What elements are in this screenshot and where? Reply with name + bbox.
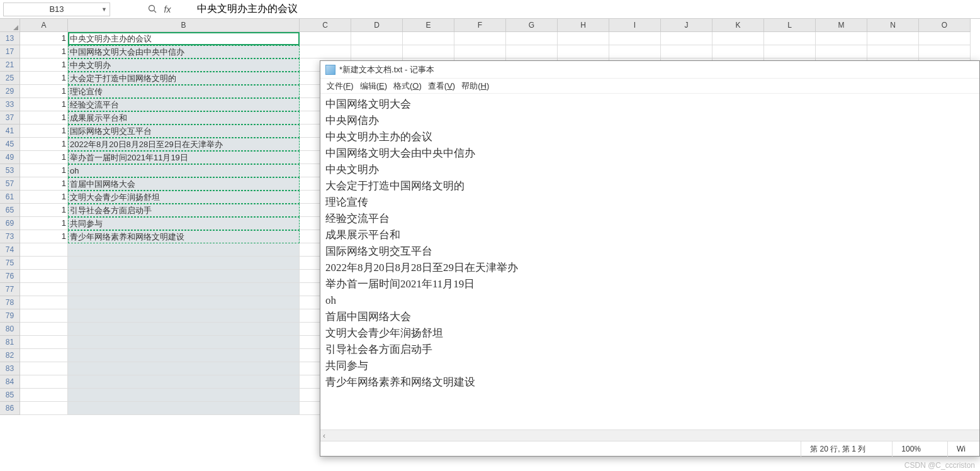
- cell[interactable]: 1: [20, 138, 68, 151]
- cell[interactable]: 1: [20, 111, 68, 125]
- cell[interactable]: 举办首一届时间2021年11月19日: [68, 151, 300, 164]
- cell[interactable]: [68, 243, 300, 257]
- notepad-title-bar[interactable]: *新建文本文档.txt - 记事本: [320, 61, 979, 79]
- cell[interactable]: [454, 32, 506, 45]
- scroll-left-icon[interactable]: ‹: [323, 431, 325, 440]
- cell[interactable]: [712, 32, 764, 45]
- cell[interactable]: [506, 45, 558, 58]
- col-header-H[interactable]: H: [558, 19, 609, 32]
- col-header-B[interactable]: B: [68, 19, 300, 32]
- col-header-L[interactable]: L: [764, 19, 816, 32]
- row-header[interactable]: 33: [0, 98, 20, 111]
- row-header[interactable]: 86: [0, 402, 20, 415]
- row-header[interactable]: 75: [0, 257, 20, 270]
- menu-format[interactable]: 格式(O): [391, 79, 424, 93]
- col-header-K[interactable]: K: [712, 19, 764, 32]
- row-header[interactable]: 77: [0, 283, 20, 296]
- row-header[interactable]: 21: [0, 58, 20, 72]
- cell[interactable]: 1: [20, 177, 68, 191]
- row-header[interactable]: 53: [0, 164, 20, 177]
- name-box-dropdown-icon[interactable]: ▼: [101, 6, 107, 13]
- cell[interactable]: [20, 389, 68, 402]
- cell[interactable]: [609, 45, 661, 58]
- row-header[interactable]: 85: [0, 389, 20, 402]
- row-header[interactable]: 81: [0, 336, 20, 349]
- cell[interactable]: [609, 32, 661, 45]
- row-header[interactable]: 13: [0, 32, 20, 45]
- col-header-D[interactable]: D: [351, 19, 403, 32]
- cell[interactable]: 理论宣传: [68, 85, 300, 98]
- cell[interactable]: [764, 45, 816, 58]
- cell[interactable]: [20, 402, 68, 415]
- name-box[interactable]: B13 ▼: [3, 3, 110, 16]
- col-header-F[interactable]: F: [454, 19, 506, 32]
- cell[interactable]: [867, 32, 919, 45]
- cell[interactable]: [919, 32, 971, 45]
- cell[interactable]: 1: [20, 191, 68, 204]
- cell[interactable]: [68, 362, 300, 375]
- row-header[interactable]: 83: [0, 362, 20, 375]
- cell[interactable]: [867, 45, 919, 58]
- cell[interactable]: 国际网络文明交互平台: [68, 125, 300, 138]
- cell[interactable]: [20, 283, 68, 296]
- row-header[interactable]: 74: [0, 243, 20, 257]
- cell[interactable]: [68, 402, 300, 415]
- cell[interactable]: [68, 309, 300, 323]
- cell[interactable]: 引导社会各方面启动手: [68, 204, 300, 217]
- cell[interactable]: 中央文明办: [68, 58, 300, 72]
- cell[interactable]: 青少年网络素养和网络文明建设: [68, 230, 300, 243]
- row-header[interactable]: 73: [0, 230, 20, 243]
- row-header[interactable]: 37: [0, 111, 20, 125]
- row-header[interactable]: 65: [0, 204, 20, 217]
- notepad-text-area[interactable]: 中国网络文明大会 中央网信办 中央文明办主办的会议 中国网络文明大会由中央中信办…: [320, 94, 979, 429]
- menu-edit[interactable]: 编辑(E): [358, 79, 390, 93]
- cell[interactable]: [558, 32, 609, 45]
- cell[interactable]: [351, 45, 403, 58]
- cell[interactable]: [20, 336, 68, 349]
- cell[interactable]: [661, 32, 712, 45]
- cell[interactable]: [20, 243, 68, 257]
- cell[interactable]: [816, 32, 867, 45]
- cell[interactable]: [68, 336, 300, 349]
- row-header[interactable]: 69: [0, 217, 20, 230]
- cell[interactable]: [558, 45, 609, 58]
- cell[interactable]: [20, 257, 68, 270]
- row-header[interactable]: 29: [0, 85, 20, 98]
- row-header[interactable]: 76: [0, 270, 20, 283]
- cell[interactable]: [20, 362, 68, 375]
- row-header[interactable]: 17: [0, 45, 20, 58]
- notepad-window[interactable]: *新建文本文档.txt - 记事本 文件(F) 编辑(E) 格式(O) 查看(V…: [320, 60, 980, 457]
- fx-label[interactable]: fx: [162, 4, 173, 15]
- row-header[interactable]: 80: [0, 323, 20, 336]
- row-header[interactable]: 78: [0, 296, 20, 309]
- cell[interactable]: 1: [20, 85, 68, 98]
- cell[interactable]: [20, 309, 68, 323]
- row-header[interactable]: 49: [0, 151, 20, 164]
- row-header[interactable]: 84: [0, 375, 20, 389]
- cell[interactable]: 1: [20, 58, 68, 72]
- menu-file[interactable]: 文件(F): [324, 79, 356, 93]
- cell[interactable]: 经验交流平台: [68, 98, 300, 111]
- cell[interactable]: 1: [20, 72, 68, 85]
- cell[interactable]: 1: [20, 32, 68, 45]
- cell[interactable]: [68, 283, 300, 296]
- cell[interactable]: [661, 45, 712, 58]
- cell[interactable]: 1: [20, 125, 68, 138]
- cell[interactable]: [68, 389, 300, 402]
- cell[interactable]: 1: [20, 164, 68, 177]
- col-header-E[interactable]: E: [403, 19, 454, 32]
- cell[interactable]: oh: [68, 164, 300, 177]
- row-header[interactable]: 82: [0, 349, 20, 362]
- row-header[interactable]: 25: [0, 72, 20, 85]
- cell[interactable]: [68, 323, 300, 336]
- col-header-O[interactable]: O: [919, 19, 971, 32]
- cell[interactable]: [300, 32, 351, 45]
- col-header-C[interactable]: C: [300, 19, 351, 32]
- cell[interactable]: 1: [20, 98, 68, 111]
- col-header-M[interactable]: M: [816, 19, 867, 32]
- formula-input[interactable]: [191, 3, 977, 16]
- notepad-hscroll[interactable]: ‹: [320, 429, 979, 441]
- menu-help[interactable]: 帮助(H): [459, 79, 492, 93]
- cell[interactable]: [68, 375, 300, 389]
- cell[interactable]: 1: [20, 45, 68, 58]
